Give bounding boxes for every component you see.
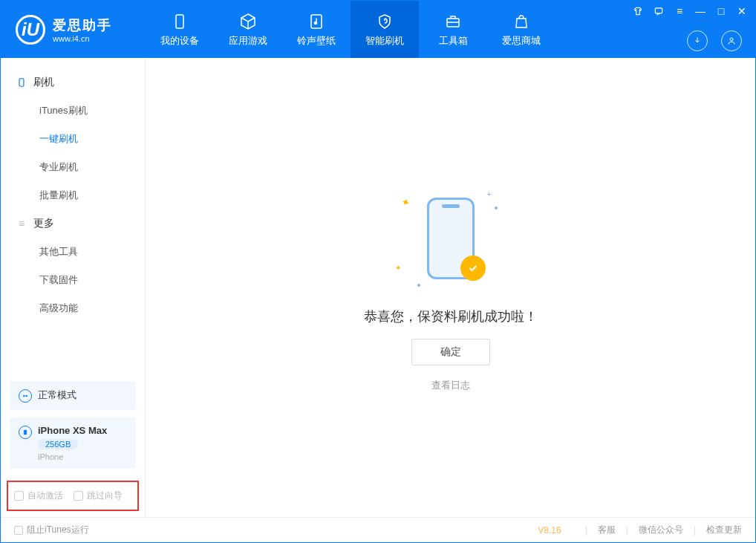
sidebar-item-itunes-flash[interactable]: iTunes刷机 bbox=[1, 97, 145, 125]
app-title: 爱思助手 bbox=[53, 16, 112, 34]
ok-button[interactable]: 确定 bbox=[411, 339, 490, 365]
skin-icon[interactable] bbox=[632, 5, 644, 17]
success-message: 恭喜您，保资料刷机成功啦！ bbox=[364, 308, 538, 325]
device-type: iPhone bbox=[38, 452, 107, 461]
svg-rect-0 bbox=[176, 15, 183, 28]
sidebar: 刷机 iTunes刷机 一键刷机 专业刷机 批量刷机 ≡ 更多 其他工具 下载固… bbox=[1, 58, 146, 517]
feedback-icon[interactable] bbox=[653, 5, 665, 17]
minimize-button[interactable]: — bbox=[694, 5, 706, 17]
checkbox-block-itunes[interactable]: 阻止iTunes运行 bbox=[14, 524, 89, 536]
sidebar-item-download-firmware[interactable]: 下载固件 bbox=[1, 266, 145, 294]
dot-icon bbox=[495, 207, 498, 209]
tab-my-device[interactable]: 我的设备 bbox=[146, 1, 214, 58]
group-label: 刷机 bbox=[33, 76, 54, 89]
separator: | bbox=[585, 525, 587, 536]
tab-ringtones-wallpapers[interactable]: 铃声壁纸 bbox=[282, 1, 351, 58]
close-button[interactable]: ✕ bbox=[736, 5, 748, 17]
tab-store[interactable]: 爱思商城 bbox=[487, 1, 555, 58]
tab-label: 铃声壁纸 bbox=[297, 34, 336, 48]
tab-label: 应用游戏 bbox=[229, 34, 267, 48]
tab-label: 智能刷机 bbox=[365, 34, 404, 48]
footer: 阻止iTunes运行 V8.16 | 客服 | 微信公众号 | 检查更新 bbox=[1, 517, 755, 542]
device-name: iPhone XS Max bbox=[38, 425, 107, 436]
checkbox-label: 阻止iTunes运行 bbox=[27, 524, 89, 536]
cube-icon bbox=[238, 12, 258, 31]
view-log-link[interactable]: 查看日志 bbox=[431, 379, 470, 392]
device-panel: 正常模式 iPhone XS Max 256GB iPhone bbox=[1, 374, 145, 478]
svg-point-2 bbox=[315, 22, 317, 24]
device-icon bbox=[19, 426, 32, 439]
download-button[interactable] bbox=[687, 30, 708, 51]
phone-icon bbox=[16, 77, 27, 88]
profile-button[interactable] bbox=[721, 30, 742, 51]
bag-icon bbox=[512, 12, 531, 31]
window-controls: ≡ — □ ✕ bbox=[632, 5, 748, 17]
checkbox-box bbox=[14, 526, 23, 535]
sparkle-icon: + bbox=[487, 190, 492, 198]
footer-link-support[interactable]: 客服 bbox=[598, 524, 616, 536]
group-header-more[interactable]: ≡ 更多 bbox=[1, 209, 145, 238]
logo-icon: iU bbox=[16, 15, 45, 45]
app-url: www.i4.cn bbox=[53, 34, 112, 43]
sidebar-group-flash: 刷机 iTunes刷机 一键刷机 专业刷机 批量刷机 bbox=[1, 68, 145, 209]
logo-text: 爱思助手 www.i4.cn bbox=[53, 16, 112, 43]
mode-label: 正常模式 bbox=[38, 388, 76, 402]
sidebar-scroll: 刷机 iTunes刷机 一键刷机 专业刷机 批量刷机 ≡ 更多 其他工具 下载固… bbox=[1, 58, 145, 374]
app-window: iU 爱思助手 www.i4.cn 我的设备 应用游戏 铃声壁纸 智能刷机 bbox=[0, 0, 756, 543]
sparkle-icon: ✦ bbox=[399, 195, 411, 209]
music-icon bbox=[307, 12, 326, 31]
mode-icon bbox=[19, 389, 32, 403]
shield-icon bbox=[375, 12, 394, 31]
group-header-flash[interactable]: 刷机 bbox=[1, 68, 145, 97]
checkbox-label: 自动激活 bbox=[27, 490, 63, 502]
list-icon: ≡ bbox=[16, 218, 27, 230]
svg-rect-4 bbox=[655, 8, 662, 13]
sidebar-item-pro-flash[interactable]: 专业刷机 bbox=[1, 153, 145, 181]
main-content: ✦ ✦ + 恭喜您，保资料刷机成功啦！ 确定 查看日志 bbox=[146, 58, 755, 517]
body: 刷机 iTunes刷机 一键刷机 专业刷机 批量刷机 ≡ 更多 其他工具 下载固… bbox=[1, 58, 755, 517]
checkbox-label: 跳过向导 bbox=[87, 490, 123, 502]
version-label: V8.16 bbox=[538, 525, 561, 536]
checkbox-box bbox=[74, 491, 83, 501]
svg-point-8 bbox=[25, 395, 27, 397]
separator: | bbox=[694, 525, 696, 536]
svg-point-5 bbox=[730, 38, 733, 41]
footer-link-wechat[interactable]: 微信公众号 bbox=[639, 524, 683, 536]
device-info: iPhone XS Max 256GB iPhone bbox=[38, 425, 107, 461]
group-label: 更多 bbox=[33, 217, 54, 230]
device-box[interactable]: iPhone XS Max 256GB iPhone bbox=[10, 417, 136, 469]
svg-point-7 bbox=[23, 395, 25, 397]
sidebar-item-advanced[interactable]: 高级功能 bbox=[1, 294, 145, 322]
header-tabs: 我的设备 应用游戏 铃声壁纸 智能刷机 工具箱 爱思商城 bbox=[146, 1, 555, 58]
tab-toolbox[interactable]: 工具箱 bbox=[419, 1, 487, 58]
sidebar-item-batch-flash[interactable]: 批量刷机 bbox=[1, 181, 145, 209]
check-badge-icon bbox=[460, 256, 486, 281]
toolbox-icon bbox=[443, 12, 463, 31]
tab-label: 爱思商城 bbox=[502, 34, 541, 48]
device-capacity: 256GB bbox=[38, 439, 78, 449]
sparkle-icon: ✦ bbox=[395, 264, 401, 272]
separator: | bbox=[626, 525, 628, 536]
tab-apps-games[interactable]: 应用游戏 bbox=[214, 1, 282, 58]
tab-smart-flash[interactable]: 智能刷机 bbox=[351, 1, 419, 58]
device-icon bbox=[170, 12, 189, 31]
sidebar-item-other-tools[interactable]: 其他工具 bbox=[1, 238, 145, 266]
tab-label: 我的设备 bbox=[160, 34, 199, 48]
footer-link-update[interactable]: 检查更新 bbox=[706, 524, 742, 536]
logo-area: iU 爱思助手 www.i4.cn bbox=[1, 1, 146, 58]
header-actions bbox=[687, 30, 742, 51]
checkbox-auto-activate[interactable]: 自动激活 bbox=[14, 490, 63, 502]
menu-icon[interactable]: ≡ bbox=[674, 5, 685, 17]
maximize-button[interactable]: □ bbox=[715, 5, 727, 17]
success-illustration: ✦ ✦ + bbox=[395, 183, 506, 294]
sidebar-group-more: ≡ 更多 其他工具 下载固件 高级功能 bbox=[1, 209, 145, 322]
checkbox-skip-guide[interactable]: 跳过向导 bbox=[74, 490, 123, 502]
svg-rect-9 bbox=[24, 430, 26, 435]
dot-icon bbox=[417, 284, 420, 287]
tab-label: 工具箱 bbox=[439, 34, 468, 48]
sidebar-item-oneclick-flash[interactable]: 一键刷机 bbox=[1, 125, 145, 153]
svg-rect-6 bbox=[19, 79, 24, 87]
mode-box[interactable]: 正常模式 bbox=[10, 381, 136, 410]
checkbox-box bbox=[14, 491, 24, 501]
header: iU 爱思助手 www.i4.cn 我的设备 应用游戏 铃声壁纸 智能刷机 bbox=[1, 1, 755, 58]
